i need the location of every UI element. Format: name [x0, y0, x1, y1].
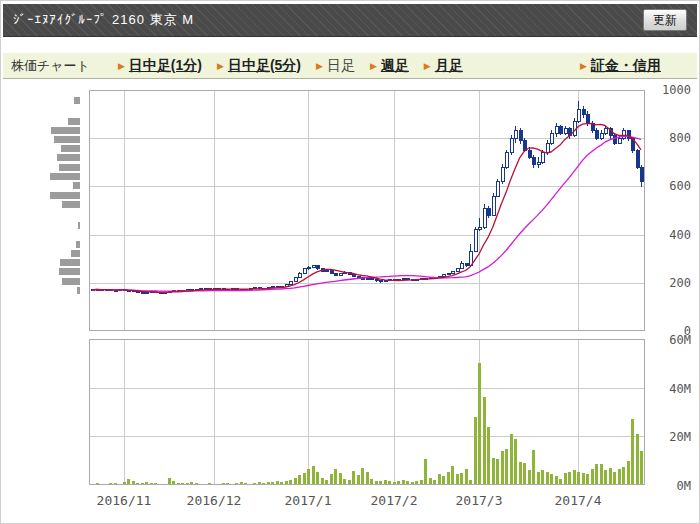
price-candlestick-chart: [89, 90, 645, 331]
volume-bar-chart: [89, 339, 645, 485]
date-axis-tick: 2017/4: [545, 495, 611, 507]
stock-chart-window: ｼﾞｰｴﾇｱｲｸﾞﾙｰﾌﾟ 2160 東京 M 更新 株価チャート ▶日中足(1…: [0, 0, 700, 524]
date-axis-tick: 2016/12: [181, 495, 247, 507]
date-axis-tick: 2017/1: [275, 495, 341, 507]
volume-axis-tick: 20M: [645, 431, 691, 443]
volume-axis-tick: 0M: [645, 480, 691, 492]
price-axis-tick: 200: [645, 277, 691, 289]
price-axis-tick: 600: [645, 180, 691, 192]
date-axis-tick: 2017/2: [361, 495, 427, 507]
volume-axis-tick: 40M: [645, 383, 691, 395]
volume-axis-tick: 60M: [645, 334, 691, 346]
price-axis-tick: 1000: [645, 84, 691, 96]
chart-area: 1000800600400200060M40M20M0M2016/112016/…: [1, 1, 699, 523]
volume-by-price-histogram: [46, 90, 89, 331]
price-axis-tick: 400: [645, 229, 691, 241]
date-axis-tick: 2016/11: [91, 495, 157, 507]
price-axis-tick: 800: [645, 132, 691, 144]
date-axis-tick: 2017/3: [446, 495, 512, 507]
